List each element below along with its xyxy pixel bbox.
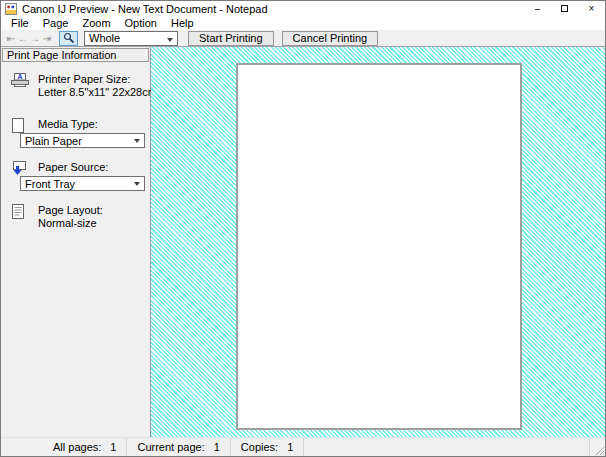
maximize-icon: [561, 5, 568, 12]
start-printing-button[interactable]: Start Printing: [188, 31, 274, 46]
minimize-icon: –: [535, 4, 541, 14]
minimize-button[interactable]: –: [524, 1, 551, 16]
chevron-down-icon: [134, 139, 140, 143]
paper-source-icon: [11, 161, 27, 177]
copies-status: Copies: 1: [231, 438, 304, 456]
app-icon: [5, 3, 17, 15]
all-pages-label: All pages:: [53, 441, 101, 453]
menu-page[interactable]: Page: [36, 16, 76, 30]
chevron-down-icon: [167, 38, 173, 42]
printer-icon: A: [11, 73, 29, 87]
copies-label: Copies:: [241, 441, 278, 453]
menu-help[interactable]: Help: [164, 16, 201, 30]
menu-option[interactable]: Option: [118, 16, 164, 30]
menu-file[interactable]: File: [4, 16, 36, 30]
first-page-icon: ⇤: [7, 33, 15, 44]
next-page-button[interactable]: →: [29, 31, 41, 46]
paper-source-select[interactable]: Front Tray: [20, 176, 145, 191]
printer-paper-size-value: Letter 8.5"x11" 22x28cm: [38, 86, 149, 99]
copies-value: 1: [287, 441, 293, 453]
printer-paper-size-label: Printer Paper Size:: [38, 73, 149, 86]
first-page-button[interactable]: ⇤: [5, 31, 17, 46]
previous-page-button[interactable]: ←: [17, 31, 29, 46]
current-page-status: Current page: 1: [127, 438, 230, 456]
next-page-icon: →: [30, 33, 40, 44]
zoom-tool-button[interactable]: [59, 31, 78, 46]
panel-header: Print Page Information: [2, 48, 149, 62]
close-icon: ×: [589, 4, 595, 14]
magnifier-icon: [63, 32, 75, 45]
media-type-select[interactable]: Plain Paper: [20, 133, 145, 148]
toolbar: ⇤ ← → ⇥ Whole Start Printing Cancel Prin…: [1, 30, 605, 47]
page-layout-value: Normal-size: [38, 217, 149, 230]
media-type-group: Media Type: Plain Paper: [2, 118, 149, 148]
window-controls: – ×: [524, 1, 605, 16]
title-bar: Canon IJ Preview - New Text Document - N…: [1, 1, 605, 16]
current-page-value: 1: [214, 441, 220, 453]
print-page-information-panel: Print Page Information A Printer Paper S…: [1, 47, 151, 437]
paper-source-group: Paper Source: Front Tray: [2, 161, 149, 191]
last-page-icon: ⇥: [43, 33, 51, 44]
close-button[interactable]: ×: [578, 1, 605, 16]
resize-grip[interactable]: [589, 438, 605, 456]
paper-source-label: Paper Source:: [38, 161, 149, 174]
media-type-value: Plain Paper: [25, 135, 82, 147]
last-page-button[interactable]: ⇥: [41, 31, 53, 46]
maximize-button[interactable]: [551, 1, 578, 16]
media-type-label: Media Type:: [38, 118, 149, 131]
resize-grip-icon: [593, 444, 605, 456]
preview-page[interactable]: [236, 63, 522, 430]
menu-zoom[interactable]: Zoom: [75, 16, 117, 30]
all-pages-value: 1: [110, 441, 116, 453]
all-pages-status: All pages: 1: [43, 438, 127, 456]
window-title: Canon IJ Preview - New Text Document - N…: [22, 3, 268, 15]
current-page-label: Current page:: [137, 441, 204, 453]
chevron-down-icon: [134, 182, 140, 186]
cancel-printing-button[interactable]: Cancel Printing: [282, 31, 379, 46]
paper-source-value: Front Tray: [25, 178, 75, 190]
content-area: Print Page Information A Printer Paper S…: [1, 47, 605, 437]
svg-text:A: A: [17, 73, 22, 80]
page-layout-label: Page Layout:: [38, 204, 149, 217]
page-layout-icon: [11, 204, 25, 220]
menu-bar: File Page Zoom Option Help: [1, 16, 605, 30]
canon-ij-preview-window: Canon IJ Preview - New Text Document - N…: [0, 0, 606, 457]
media-type-icon: [11, 118, 25, 134]
print-preview-area[interactable]: [151, 47, 605, 437]
page-layout-group: Page Layout: Normal-size: [2, 204, 149, 230]
previous-page-icon: ←: [18, 33, 28, 44]
printer-paper-size-group: A Printer Paper Size: Letter 8.5"x11" 22…: [2, 73, 149, 99]
zoom-level-select[interactable]: Whole: [84, 31, 178, 46]
status-bar: All pages: 1 Current page: 1 Copies: 1: [1, 437, 605, 456]
zoom-level-value: Whole: [89, 32, 120, 44]
